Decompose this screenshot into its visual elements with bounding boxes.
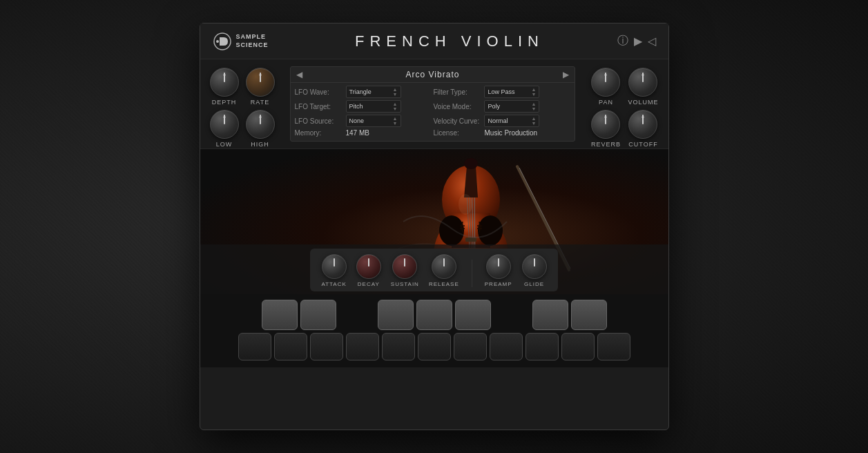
- preset-row-3: LFO Source: None ▲▼ Velocity Curve: Norm…: [295, 115, 571, 127]
- voicemode-dropdown[interactable]: Poly ▲▼: [484, 100, 539, 113]
- license-label: License:: [433, 129, 481, 137]
- preset-prev-arrow[interactable]: ◀: [296, 70, 302, 79]
- piano-key-lower-5[interactable]: [382, 333, 415, 360]
- preset-cell-license: License: Music Production: [433, 129, 570, 137]
- preset-cell-lfosource: LFO Source: None ▲▼: [295, 115, 432, 127]
- piano-key-lower-4[interactable]: [346, 333, 379, 360]
- svg-point-11: [464, 158, 478, 169]
- piano-key-lower-2[interactable]: [274, 333, 307, 360]
- piano-key-upper-5[interactable]: [455, 300, 491, 330]
- piano-key-upper-7[interactable]: [571, 300, 607, 330]
- svg-point-5: [439, 215, 464, 246]
- piano-key-upper-3[interactable]: [378, 300, 414, 330]
- volume-knob-group: VOLUME: [628, 68, 658, 106]
- svg-point-16: [459, 194, 472, 215]
- cutoff-knob-group: CUTOFF: [628, 110, 658, 148]
- piano-spacer-2: [494, 300, 530, 330]
- piano-key-lower-1[interactable]: [238, 333, 271, 360]
- velocitycurve-dropdown[interactable]: Normal ▲▼: [484, 115, 539, 127]
- low-knob[interactable]: [210, 110, 239, 139]
- preset-next-arrow[interactable]: ▶: [563, 70, 569, 79]
- piano-key-lower-8[interactable]: [490, 333, 523, 360]
- sustain-group: SUSTAIN: [391, 254, 419, 287]
- preset-row-4: Memory: 147 MB License: Music Production: [295, 129, 571, 137]
- glide-group: GLIDE: [522, 254, 547, 287]
- piano-key-lower-3[interactable]: [310, 333, 343, 360]
- attack-label: ATTACK: [321, 281, 346, 287]
- rate-knob-group: RATE: [246, 68, 275, 106]
- rate-knob[interactable]: [246, 68, 275, 97]
- lfotarget-dropdown[interactable]: Pitch ▲▼: [346, 100, 401, 113]
- piano-key-lower-11[interactable]: [597, 333, 630, 360]
- plugin-container: SAMPLE SCIENCE FRENCH VIOLIN ⓘ ▶ ◁ DEPTH: [200, 23, 669, 430]
- reverb-knob-group: REVERB: [590, 110, 621, 148]
- volume-label: VOLUME: [628, 99, 658, 106]
- sustain-label: SUSTAIN: [391, 281, 419, 287]
- preset-row-2: LFO Target: Pitch ▲▼ Voice Mode: Poly ▲▼: [295, 100, 571, 113]
- lfosource-label: LFO Source:: [295, 117, 343, 125]
- play-icon[interactable]: ▶: [634, 35, 642, 48]
- info-icon[interactable]: ⓘ: [617, 34, 628, 48]
- adsr-overlay: ATTACK DECAY SUSTAIN RELEASE PREAMP: [200, 244, 668, 294]
- preset-cell-memory: Memory: 147 MB: [295, 129, 432, 137]
- attack-knob[interactable]: [322, 254, 347, 279]
- preset-row-1: LFO Wave: Triangle ▲▼ Filter Type: Low P…: [295, 86, 571, 98]
- cutoff-label: CUTOFF: [628, 141, 657, 148]
- svg-point-6: [478, 215, 503, 246]
- piano-key-upper-2[interactable]: [300, 300, 336, 330]
- pan-knob[interactable]: [591, 68, 620, 97]
- attack-group: ATTACK: [321, 254, 346, 287]
- voicemode-label: Voice Mode:: [433, 103, 481, 110]
- piano-key-lower-9[interactable]: [525, 333, 559, 360]
- preamp-knob[interactable]: [486, 254, 511, 279]
- left-knobs: DEPTH RATE LOW HIGH: [210, 66, 275, 142]
- preset-cell-lfowave: LFO Wave: Triangle ▲▼: [295, 86, 432, 98]
- sustain-knob[interactable]: [392, 254, 417, 279]
- lfowave-dropdown[interactable]: Triangle ▲▼: [346, 86, 401, 98]
- preset-cell-voicemode: Voice Mode: Poly ▲▼: [433, 100, 570, 113]
- depth-knob-group: DEPTH: [210, 68, 239, 106]
- filtertype-label: Filter Type:: [433, 88, 481, 96]
- logo: SAMPLE SCIENCE: [213, 32, 269, 51]
- header-controls: ⓘ ▶ ◁: [617, 34, 656, 48]
- piano-key-upper-6[interactable]: [532, 300, 568, 330]
- piano-key-upper-4[interactable]: [416, 300, 452, 330]
- logo-icon: [213, 32, 232, 51]
- controls-area: DEPTH RATE LOW HIGH: [200, 59, 668, 149]
- right-knobs: PAN VOLUME REVERB CUTOFF: [590, 66, 658, 142]
- volume-knob[interactable]: [628, 68, 657, 97]
- filtertype-dropdown[interactable]: Low Pass ▲▼: [484, 86, 539, 98]
- memory-value: 147 MB: [346, 129, 432, 137]
- release-group: RELEASE: [429, 254, 459, 287]
- adsr-divider: [472, 260, 472, 287]
- piano-key-upper-1[interactable]: [262, 300, 298, 330]
- piano-upper-row: [210, 300, 659, 330]
- piano-area: [200, 294, 668, 367]
- plugin-title: FRENCH VIOLIN: [282, 32, 617, 50]
- decay-group: DECAY: [356, 254, 381, 287]
- release-knob[interactable]: [432, 254, 456, 279]
- preset-cell-velocitycurve: Velocity Curve: Normal ▲▼: [433, 115, 570, 127]
- preset-rows: LFO Wave: Triangle ▲▼ Filter Type: Low P…: [291, 83, 575, 142]
- preset-name: Arco Vibrato: [406, 70, 460, 79]
- piano-key-lower-7[interactable]: [454, 333, 487, 360]
- velocitycurve-label: Velocity Curve:: [433, 117, 481, 125]
- preset-panel: ◀ Arco Vibrato ▶ LFO Wave: Triangle ▲▼ F…: [290, 66, 576, 142]
- piano-key-lower-10[interactable]: [561, 333, 595, 360]
- reverb-label: REVERB: [591, 141, 621, 148]
- license-value: Music Production: [484, 129, 570, 137]
- glide-label: GLIDE: [524, 281, 544, 287]
- decay-knob[interactable]: [356, 254, 381, 279]
- lfosource-dropdown[interactable]: None ▲▼: [346, 115, 401, 127]
- cutoff-knob[interactable]: [628, 110, 657, 139]
- violin-area: ATTACK DECAY SUSTAIN RELEASE PREAMP: [200, 149, 668, 294]
- depth-knob[interactable]: [210, 68, 239, 97]
- back-icon[interactable]: ◁: [648, 35, 656, 48]
- high-knob[interactable]: [246, 110, 275, 139]
- glide-knob[interactable]: [522, 254, 547, 279]
- high-knob-group: HIGH: [246, 110, 275, 148]
- piano-key-lower-6[interactable]: [418, 333, 451, 360]
- reverb-knob[interactable]: [591, 110, 620, 139]
- lfotarget-label: LFO Target:: [295, 103, 343, 110]
- high-label: HIGH: [251, 141, 269, 148]
